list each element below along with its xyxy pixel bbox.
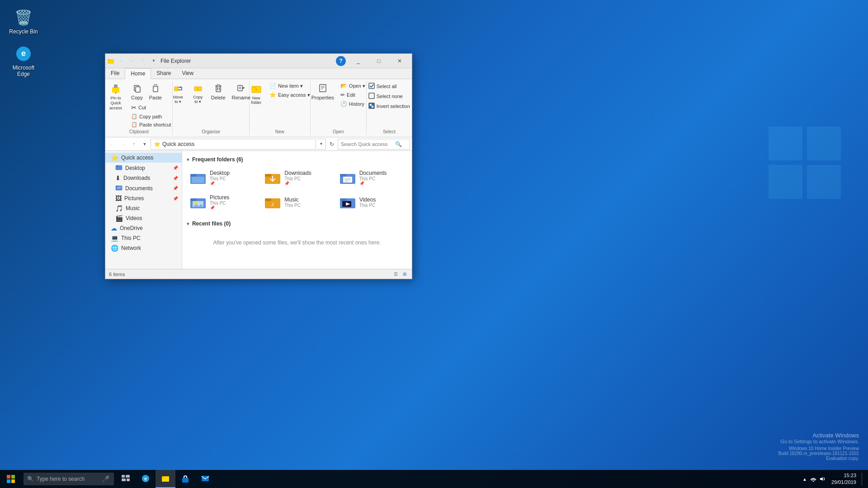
recent-files-title: Recent files (0): [192, 221, 231, 227]
search-input[interactable]: [341, 141, 395, 147]
address-path[interactable]: ⭐ Quick access: [151, 139, 316, 150]
tray-network-icon[interactable]: [810, 475, 817, 483]
sidebar-item-quick-access[interactable]: ⭐ Quick access: [105, 153, 182, 163]
taskbar-file-explorer[interactable]: [156, 470, 175, 488]
svg-rect-12: [136, 87, 140, 92]
copy-to-button[interactable]: Copyto ▾: [189, 82, 208, 106]
sidebar-desktop-label: Desktop: [125, 165, 145, 171]
microsoft-edge-icon[interactable]: e MicrosoftEdge: [5, 43, 42, 79]
search-icon[interactable]: 🔍: [395, 141, 402, 147]
sidebar-item-onedrive[interactable]: ☁ OneDrive: [105, 223, 182, 233]
delete-button[interactable]: Delete: [208, 82, 228, 102]
pin-to-quick-access-button[interactable]: Pin to Quickaccess: [104, 82, 127, 112]
clipboard-items: Pin to Quickaccess Copy: [104, 81, 174, 129]
svg-rect-9: [114, 84, 118, 88]
recent-files-header[interactable]: ▼ Recent files (0): [186, 219, 408, 230]
start-button[interactable]: [0, 470, 22, 488]
tab-home[interactable]: Home: [125, 68, 151, 79]
easy-access-button[interactable]: ⭐ Easy access ▾: [267, 91, 313, 99]
select-none-button[interactable]: Select none: [366, 92, 413, 101]
paste-button[interactable]: Paste: [146, 82, 165, 102]
new-folder-label: Newfolder: [251, 96, 262, 105]
sidebar-item-pictures[interactable]: 🖼 Pictures 📌: [105, 193, 182, 203]
quick-access-nav[interactable]: ▼: [149, 56, 159, 66]
new-item-button[interactable]: 📄 New item ▾: [267, 82, 313, 90]
sidebar-item-videos[interactable]: 🎬 Videos: [105, 213, 182, 223]
folder-item-music[interactable]: ♪ Music This PC: [260, 191, 333, 213]
history-button[interactable]: 🕐 History: [338, 100, 368, 108]
svg-rect-50: [340, 174, 346, 177]
help-button[interactable]: ?: [336, 56, 346, 66]
sidebar-item-music[interactable]: 🎵 Music: [105, 203, 182, 213]
rename-icon: [236, 84, 245, 94]
addr-recent-button[interactable]: ▼: [140, 139, 150, 149]
taskbar-store[interactable]: [175, 470, 195, 488]
tab-view[interactable]: View: [176, 68, 199, 79]
properties-button[interactable]: Properties: [309, 82, 337, 102]
select-all-icon: [368, 83, 375, 90]
file-explorer-window: ← → ↑ ▼ File Explorer ? ⎯ □ ✕ File Home …: [105, 53, 412, 279]
taskbar-task-view[interactable]: [116, 470, 136, 488]
new-item-label: New item ▾: [278, 83, 303, 89]
taskbar-mail[interactable]: [195, 470, 215, 488]
sidebar-item-downloads[interactable]: ⬇ Downloads 📌: [105, 173, 182, 183]
refresh-button[interactable]: ↻: [327, 139, 337, 149]
address-dropdown-button[interactable]: ▼: [317, 139, 326, 150]
svg-rect-48: [265, 174, 271, 177]
back-button[interactable]: ←: [116, 56, 126, 66]
folder-item-pictures[interactable]: Pictures This PC 📌: [186, 191, 259, 213]
list-view-button[interactable]: ☰: [392, 271, 399, 278]
taskbar-search-input[interactable]: [37, 476, 100, 482]
close-button[interactable]: ✕: [389, 54, 410, 68]
addr-up-button[interactable]: ↑: [129, 139, 139, 149]
folder-item-desktop[interactable]: Desktop This PC 📌: [186, 166, 259, 189]
move-to-button[interactable]: Moveto ▾: [169, 82, 188, 106]
copy-button[interactable]: Copy: [128, 82, 146, 102]
svg-rect-42: [117, 187, 121, 188]
forward-button[interactable]: →: [127, 56, 137, 66]
delete-label: Delete: [211, 95, 226, 100]
edit-button[interactable]: ✏ Edit: [338, 91, 368, 99]
invert-selection-button[interactable]: Invert selection: [366, 102, 413, 111]
frequent-folders-header[interactable]: ▼ Frequent folders (6): [186, 155, 408, 166]
svg-rect-3: [807, 165, 841, 199]
videos-folder-info: Videos This PC: [359, 197, 376, 208]
maximize-button[interactable]: □: [368, 54, 389, 68]
sidebar-item-desktop[interactable]: Desktop 📌: [105, 163, 182, 173]
recycle-bin-icon[interactable]: 🗑️ Recycle Bin: [5, 7, 42, 37]
paste-label: Paste: [149, 95, 162, 100]
folder-item-videos[interactable]: Videos This PC: [335, 191, 408, 213]
folder-item-documents[interactable]: Documents This PC 📌: [335, 166, 408, 189]
tray-volume-icon[interactable]: [819, 475, 826, 483]
folder-item-downloads[interactable]: Downloads This PC 📌: [260, 166, 333, 189]
cut-button[interactable]: ✂ Cut: [128, 103, 174, 112]
music-folder-icon: 🎵: [115, 205, 123, 212]
sidebar-item-this-pc[interactable]: 💻 This PC: [105, 233, 182, 243]
select-all-button[interactable]: Select all: [366, 82, 413, 91]
addr-back-button[interactable]: ←: [107, 139, 117, 149]
taskbar-clock[interactable]: 15:23 29/01/2019: [828, 472, 860, 486]
tray-expand-button[interactable]: ▲: [802, 477, 808, 482]
new-folder-button[interactable]: + Newfolder: [247, 82, 266, 107]
taskbar-search-box[interactable]: 🔍 🎤: [24, 473, 114, 485]
documents-folder-info: Documents This PC 📌: [359, 170, 387, 186]
open-button[interactable]: 📂 Open ▾: [338, 82, 368, 90]
taskbar-edge[interactable]: e: [136, 470, 156, 488]
svg-rect-23: [238, 85, 242, 91]
copy-path-button[interactable]: 📋 Copy path: [128, 113, 174, 120]
addr-forward-button[interactable]: →: [118, 139, 128, 149]
svg-rect-15: [175, 87, 178, 91]
sidebar-item-documents[interactable]: Documents 📌: [105, 183, 182, 193]
sidebar-item-network[interactable]: 🌐 Network: [105, 243, 182, 253]
recent-files-empty: After you've opened some files, we'll sh…: [186, 230, 408, 255]
invert-selection-label: Invert selection: [377, 103, 410, 109]
svg-rect-60: [265, 198, 271, 201]
tab-file[interactable]: File: [105, 68, 125, 79]
show-desktop-button[interactable]: [862, 473, 864, 485]
tile-view-button[interactable]: ⊞: [401, 271, 408, 278]
up-button[interactable]: ↑: [138, 56, 148, 66]
downloads-folder-name: Downloads: [284, 170, 311, 176]
paste-shortcut-button[interactable]: 📋 Paste shortcut: [128, 121, 174, 128]
minimize-button[interactable]: ⎯: [348, 54, 368, 68]
tab-share[interactable]: Share: [151, 68, 176, 79]
